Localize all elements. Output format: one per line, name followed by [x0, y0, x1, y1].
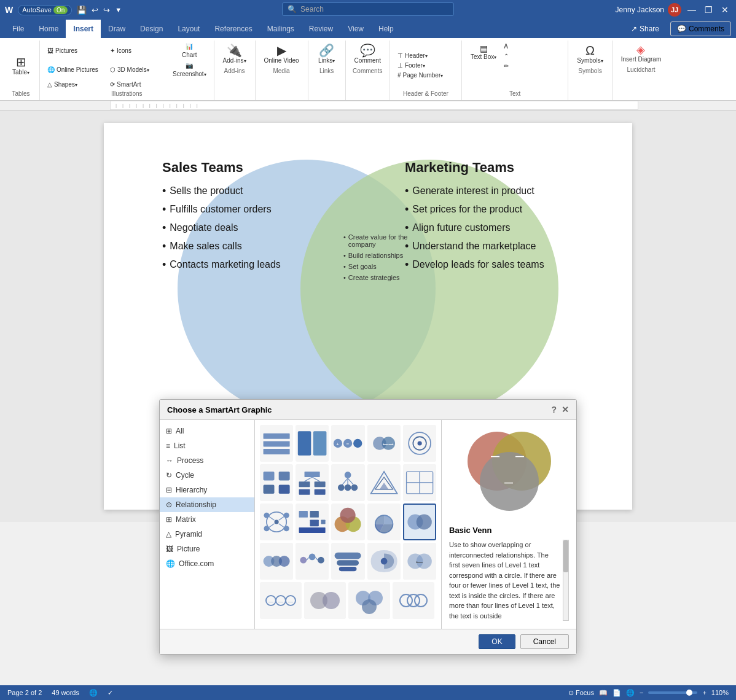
close-icon[interactable]: ✕: [719, 5, 731, 15]
online-pictures-button[interactable]: 🌐 Online Pictures: [45, 61, 106, 79]
category-all[interactable]: ⊞ All: [160, 424, 254, 438]
search-bar[interactable]: 🔍 Search: [282, 2, 454, 16]
smartart-item-5[interactable]: [403, 425, 436, 462]
svg-rect-24: [315, 481, 326, 487]
smartart-item-10[interactable]: [403, 464, 436, 501]
addins-button[interactable]: 🔌 Add-ins▾: [219, 42, 250, 66]
smartart-item-6[interactable]: [260, 464, 293, 501]
smartart-item-24[interactable]: [393, 582, 434, 619]
category-relationship[interactable]: ⊙ Relationship: [160, 497, 254, 512]
category-hierarchy[interactable]: ⊟ Hierarchy: [160, 483, 254, 497]
shapes-button[interactable]: △ Shapes▾: [45, 80, 106, 89]
tab-layout[interactable]: Layout: [170, 20, 207, 38]
smartart-item-19[interactable]: [367, 543, 401, 580]
icons-button[interactable]: ✦ Icons: [108, 42, 169, 60]
screenshot-button[interactable]: 📷 Screenshot▾: [170, 61, 209, 79]
wordart-button[interactable]: A: [501, 42, 563, 51]
autosave-toggle[interactable]: AutoSave On: [18, 5, 72, 15]
dropcap-button[interactable]: ⌃: [501, 52, 563, 61]
marketing-item-2: Set prices for the product: [405, 204, 595, 216]
print-view-icon[interactable]: 📄: [613, 689, 621, 697]
zoom-out-icon[interactable]: −: [640, 689, 643, 696]
smartart-item-22[interactable]: [304, 582, 346, 619]
maximize-icon[interactable]: ❐: [702, 5, 715, 15]
smartart-item-18[interactable]: [331, 543, 364, 580]
links-button[interactable]: 🔗 Links▾: [313, 42, 340, 66]
zoom-slider[interactable]: [648, 691, 697, 694]
undo-icon[interactable]: ↩: [92, 6, 98, 15]
tab-review[interactable]: Review: [302, 20, 340, 38]
smartart-item-8[interactable]: [331, 464, 364, 501]
share-button[interactable]: ↗ Share: [624, 22, 667, 36]
tab-help[interactable]: Help: [371, 20, 401, 38]
tab-view[interactable]: View: [340, 20, 371, 38]
read-view-icon[interactable]: 📖: [599, 689, 608, 697]
tab-home[interactable]: Home: [31, 20, 66, 38]
category-picture[interactable]: 🖼 Picture: [160, 542, 254, 556]
footer-button[interactable]: ⊥ Footer▾: [395, 61, 456, 70]
preview-desc-text: Use to show overlapping or interconnecte…: [449, 540, 560, 621]
smartart-item-3[interactable]: + =: [331, 425, 364, 462]
tab-draw[interactable]: Draw: [101, 20, 133, 38]
comment-button[interactable]: 💬 Comment: [351, 42, 385, 66]
smartart-scroll[interactable]: + = ⟵⟶: [260, 425, 436, 624]
category-cycle[interactable]: ↻ Cycle: [160, 468, 254, 483]
preview-scrollbar[interactable]: [563, 540, 569, 621]
customize-icon[interactable]: ▼: [115, 6, 122, 14]
focus-button[interactable]: ⊙ Focus: [568, 689, 594, 697]
smartart-item-13[interactable]: [331, 504, 364, 540]
category-list[interactable]: ≡ List: [160, 438, 254, 453]
ribbon-content: ⊞ Table▾ Tables 🖼 Pictures ✦ Icons 📊 C: [0, 38, 736, 100]
smartart-item-16[interactable]: [260, 543, 293, 580]
symbols-button[interactable]: Ω Symbols▾: [573, 42, 606, 66]
online-video-button[interactable]: ▶ Online Video: [260, 42, 303, 66]
smartart-item-7[interactable]: [296, 464, 329, 501]
smartart-item-14[interactable]: [367, 504, 401, 540]
minimize-icon[interactable]: —: [685, 5, 699, 15]
insert-diagram-button[interactable]: ◈ Insert Diagram: [617, 42, 665, 65]
smartart-item-21[interactable]: — — —: [260, 582, 302, 619]
smartart-item-23[interactable]: [348, 582, 390, 619]
tab-mailings[interactable]: Mailings: [260, 20, 302, 38]
text-box-button[interactable]: ▤ Text Box▾: [467, 42, 500, 63]
comments-button[interactable]: 💬 Comments: [670, 21, 731, 36]
proofing-icon: ✓: [108, 689, 113, 697]
smartart-item-4[interactable]: ⟵⟶: [367, 425, 401, 462]
chart-button[interactable]: 📊 Chart: [170, 42, 209, 60]
category-matrix[interactable]: ⊞ Matrix: [160, 512, 254, 527]
svg-rect-2: [264, 449, 290, 454]
tab-file[interactable]: File: [5, 20, 31, 38]
pictures-button[interactable]: 🖼 Pictures: [45, 42, 106, 60]
smartart-item-2[interactable]: [296, 425, 329, 462]
smartart-item-17[interactable]: [296, 543, 329, 580]
dialog-close-button[interactable]: ✕: [562, 405, 569, 414]
smartart-item-15[interactable]: [403, 504, 436, 540]
category-officecom[interactable]: 🌐 Office.com: [160, 556, 254, 571]
sigline-button[interactable]: ✏: [501, 61, 563, 71]
smartart-item-11[interactable]: [260, 504, 293, 540]
svg-marker-36: [380, 483, 388, 489]
smartart-item-9[interactable]: [367, 464, 401, 501]
table-button[interactable]: ⊞ Table▾: [7, 42, 34, 89]
ok-button[interactable]: OK: [479, 634, 515, 649]
tab-references[interactable]: References: [207, 20, 259, 38]
header-button[interactable]: ⊤ Header▾: [395, 51, 456, 60]
tab-design[interactable]: Design: [133, 20, 170, 38]
smartart-item-20[interactable]: ⟵: [403, 543, 436, 580]
sales-item-4: Make sales calls: [162, 241, 334, 253]
web-view-icon[interactable]: 🌐: [626, 689, 635, 697]
smartart-button[interactable]: ⟳ SmartArt: [108, 80, 169, 89]
dialog-help-button[interactable]: ?: [551, 405, 557, 414]
cancel-button[interactable]: Cancel: [520, 634, 569, 649]
page-number-button[interactable]: # Page Number▾: [395, 71, 456, 80]
tab-insert[interactable]: Insert: [66, 20, 101, 38]
3d-models-button[interactable]: ⬡ 3D Models▾: [108, 61, 169, 79]
smartart-item-12[interactable]: [296, 504, 329, 540]
redo-icon[interactable]: ↪: [103, 6, 110, 15]
category-pyramid[interactable]: △ Pyramid: [160, 527, 254, 542]
smartart-item-1[interactable]: [260, 425, 293, 462]
save-icon[interactable]: 💾: [77, 6, 87, 15]
category-process[interactable]: ↔ Process: [160, 453, 254, 468]
zoom-level[interactable]: 110%: [711, 689, 729, 696]
zoom-in-icon[interactable]: +: [702, 689, 706, 696]
